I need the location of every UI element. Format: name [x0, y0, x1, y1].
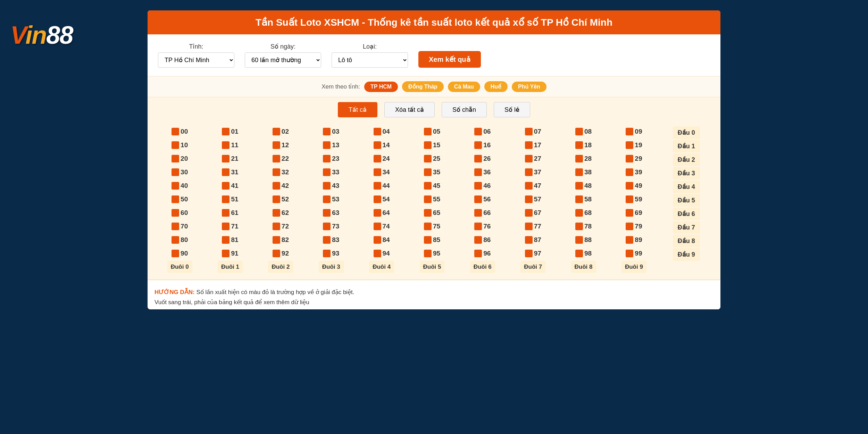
grid-cell-45[interactable]: 45 [407, 180, 457, 193]
filter-tag-tphcm[interactable]: TP HCM [364, 82, 398, 92]
grid-cell-95[interactable]: 95 [407, 248, 457, 261]
grid-cell-53[interactable]: 53 [306, 193, 356, 207]
grid-cell-89[interactable]: 89 [609, 234, 659, 248]
btn-clear-all[interactable]: Xóa tất cả [384, 102, 435, 117]
grid-cell-82[interactable]: 82 [256, 234, 306, 248]
grid-cell-64[interactable]: 64 [356, 207, 407, 220]
grid-cell-29[interactable]: 29 [609, 153, 659, 166]
grid-cell-14[interactable]: 14 [356, 139, 407, 153]
grid-cell-27[interactable]: 27 [508, 153, 558, 166]
grid-cell-88[interactable]: 88 [558, 234, 609, 248]
grid-cell-83[interactable]: 83 [306, 234, 356, 248]
grid-cell-11[interactable]: 11 [205, 139, 255, 153]
grid-cell-12[interactable]: 12 [256, 139, 306, 153]
grid-cell-74[interactable]: 74 [356, 220, 407, 234]
filter-tag-camau[interactable]: Cà Mau [448, 82, 480, 92]
grid-cell-07[interactable]: 07 [508, 126, 558, 139]
grid-cell-91[interactable]: 91 [205, 248, 255, 261]
grid-cell-24[interactable]: 24 [356, 153, 407, 166]
btn-all[interactable]: Tất cả [338, 102, 377, 117]
grid-cell-72[interactable]: 72 [256, 220, 306, 234]
grid-cell-84[interactable]: 84 [356, 234, 407, 248]
so-ngay-select[interactable]: 30 lần mở thường 60 lần mở thường 90 lần… [245, 52, 321, 68]
grid-cell-33[interactable]: 33 [306, 166, 356, 180]
grid-cell-69[interactable]: 69 [609, 207, 659, 220]
grid-cell-96[interactable]: 96 [457, 248, 508, 261]
grid-cell-65[interactable]: 65 [407, 207, 457, 220]
grid-cell-55[interactable]: 55 [407, 193, 457, 207]
grid-cell-04[interactable]: 04 [356, 126, 407, 139]
grid-cell-46[interactable]: 46 [457, 180, 508, 193]
grid-cell-50[interactable]: 50 [155, 193, 205, 207]
grid-cell-97[interactable]: 97 [508, 248, 558, 261]
grid-cell-58[interactable]: 58 [558, 193, 609, 207]
grid-cell-10[interactable]: 10 [155, 139, 205, 153]
grid-cell-09[interactable]: 09 [609, 126, 659, 139]
grid-cell-01[interactable]: 01 [205, 126, 255, 139]
grid-cell-48[interactable]: 48 [558, 180, 609, 193]
grid-cell-92[interactable]: 92 [256, 248, 306, 261]
grid-cell-20[interactable]: 20 [155, 153, 205, 166]
grid-cell-19[interactable]: 19 [609, 139, 659, 153]
grid-cell-71[interactable]: 71 [205, 220, 255, 234]
grid-cell-49[interactable]: 49 [609, 180, 659, 193]
grid-cell-80[interactable]: 80 [155, 234, 205, 248]
grid-cell-76[interactable]: 76 [457, 220, 508, 234]
grid-cell-31[interactable]: 31 [205, 166, 255, 180]
grid-cell-16[interactable]: 16 [457, 139, 508, 153]
grid-cell-13[interactable]: 13 [306, 139, 356, 153]
grid-cell-63[interactable]: 63 [306, 207, 356, 220]
btn-even[interactable]: Số chẵn [442, 102, 487, 117]
grid-cell-67[interactable]: 67 [508, 207, 558, 220]
grid-cell-44[interactable]: 44 [356, 180, 407, 193]
grid-cell-56[interactable]: 56 [457, 193, 508, 207]
tinh-select[interactable]: TP Hồ Chí Minh Đồng Tháp Cà Mau Huế Phú … [158, 52, 234, 68]
grid-cell-79[interactable]: 79 [609, 220, 659, 234]
grid-cell-18[interactable]: 18 [558, 139, 609, 153]
grid-cell-99[interactable]: 99 [609, 248, 659, 261]
grid-cell-90[interactable]: 90 [155, 248, 205, 261]
btn-odd[interactable]: Số lẻ [494, 102, 530, 117]
grid-cell-54[interactable]: 54 [356, 193, 407, 207]
grid-cell-93[interactable]: 93 [306, 248, 356, 261]
grid-cell-52[interactable]: 52 [256, 193, 306, 207]
grid-cell-85[interactable]: 85 [407, 234, 457, 248]
grid-cell-26[interactable]: 26 [457, 153, 508, 166]
xem-ket-qua-button[interactable]: Xem kết quả [418, 51, 481, 68]
grid-cell-15[interactable]: 15 [407, 139, 457, 153]
grid-cell-17[interactable]: 17 [508, 139, 558, 153]
grid-cell-62[interactable]: 62 [256, 207, 306, 220]
grid-cell-57[interactable]: 57 [508, 193, 558, 207]
grid-cell-68[interactable]: 68 [558, 207, 609, 220]
grid-cell-03[interactable]: 03 [306, 126, 356, 139]
grid-cell-42[interactable]: 42 [256, 180, 306, 193]
filter-tag-hue[interactable]: Huế [484, 81, 508, 92]
grid-cell-30[interactable]: 30 [155, 166, 205, 180]
grid-cell-32[interactable]: 32 [256, 166, 306, 180]
grid-cell-25[interactable]: 25 [407, 153, 457, 166]
grid-cell-08[interactable]: 08 [558, 126, 609, 139]
grid-cell-60[interactable]: 60 [155, 207, 205, 220]
grid-cell-59[interactable]: 59 [609, 193, 659, 207]
grid-cell-43[interactable]: 43 [306, 180, 356, 193]
grid-cell-02[interactable]: 02 [256, 126, 306, 139]
grid-cell-22[interactable]: 22 [256, 153, 306, 166]
grid-cell-77[interactable]: 77 [508, 220, 558, 234]
grid-cell-28[interactable]: 28 [558, 153, 609, 166]
grid-cell-75[interactable]: 75 [407, 220, 457, 234]
loai-select[interactable]: Lô tô Đầu lô Đuôi lô [332, 52, 408, 68]
grid-cell-23[interactable]: 23 [306, 153, 356, 166]
grid-cell-47[interactable]: 47 [508, 180, 558, 193]
grid-cell-41[interactable]: 41 [205, 180, 255, 193]
grid-cell-34[interactable]: 34 [356, 166, 407, 180]
grid-cell-61[interactable]: 61 [205, 207, 255, 220]
grid-cell-38[interactable]: 38 [558, 166, 609, 180]
grid-cell-21[interactable]: 21 [205, 153, 255, 166]
grid-cell-05[interactable]: 05 [407, 126, 457, 139]
grid-cell-39[interactable]: 39 [609, 166, 659, 180]
grid-cell-73[interactable]: 73 [306, 220, 356, 234]
grid-cell-81[interactable]: 81 [205, 234, 255, 248]
grid-cell-98[interactable]: 98 [558, 248, 609, 261]
grid-cell-70[interactable]: 70 [155, 220, 205, 234]
grid-cell-37[interactable]: 37 [508, 166, 558, 180]
